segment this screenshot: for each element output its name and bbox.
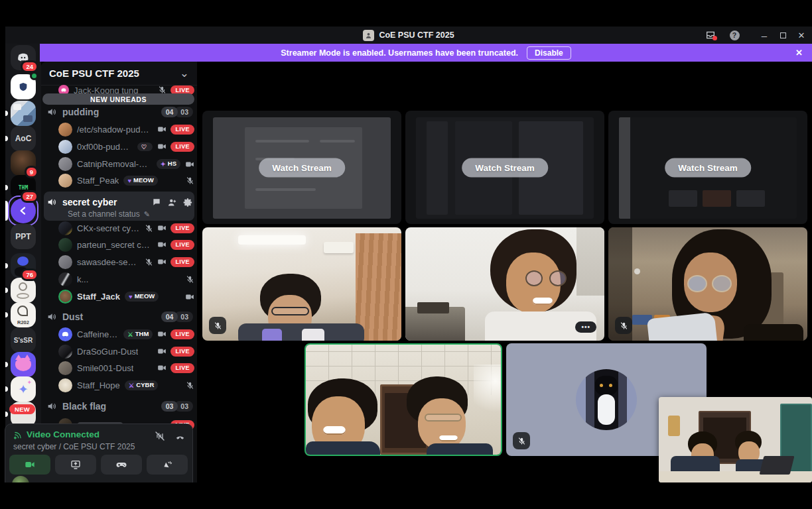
- channel-status-row[interactable]: Set a channel status ✎: [68, 209, 190, 219]
- shield-icon: [18, 82, 29, 92]
- member-row[interactable]: CKx-secret cyber LIVE: [58, 220, 194, 237]
- voice-channel-black-flag[interactable]: Black flag 03 03: [46, 398, 193, 414]
- sparkle-icon: ✦: [27, 380, 32, 386]
- member-row[interactable]: Staff_Peak ♥ MEOW: [58, 172, 194, 189]
- soundboard-button[interactable]: [147, 455, 188, 475]
- disconnect-call-icon[interactable]: [174, 431, 186, 442]
- count-badge: 04: [161, 107, 178, 118]
- member-row[interactable]: DraSoGun-Dust LIVE: [58, 343, 194, 360]
- voice-channel-pudding[interactable]: pudding 04 03: [46, 104, 193, 120]
- activities-button[interactable]: [101, 455, 142, 475]
- heart-icon: ♡: [141, 144, 147, 150]
- glasses: [525, 270, 543, 286]
- shelf: [576, 227, 604, 296]
- chat-bubble-icon[interactable]: [152, 198, 161, 207]
- speaker-icon: [46, 107, 57, 117]
- server-header[interactable]: CoE PSU CTF 2025 ⌄: [41, 62, 197, 85]
- camera-icon: [25, 459, 35, 470]
- preview-block: [669, 190, 697, 206]
- member-row[interactable]: Staff_Hope ⚔ CYBR: [58, 377, 194, 394]
- banner-close-icon[interactable]: ✕: [795, 48, 803, 58]
- member-row[interactable]: Smile001-Dust LIVE: [58, 360, 194, 376]
- stream-tile-1[interactable]: Watch Stream: [202, 111, 401, 224]
- member-row[interactable]: sawasdee-secret ... LIVE: [58, 254, 194, 270]
- member-row[interactable]: 0xf00b-pudding ♡ LIVE: [58, 139, 194, 155]
- screenshare-button[interactable]: [55, 455, 96, 475]
- voice-channel-secret-cyber-row[interactable]: secret cyber: [46, 194, 193, 210]
- air-conditioner: [324, 242, 354, 253]
- member-name: Staff_Jack: [77, 292, 120, 302]
- soundboard-icon: [162, 459, 173, 471]
- member-name: Staff_Peak: [77, 176, 119, 186]
- member-row[interactable]: /etc/shadow-pudding LIVE: [58, 121, 194, 138]
- person-shoulders: [238, 323, 364, 341]
- live-badge: LIVE: [170, 142, 194, 152]
- noise-suppression-icon[interactable]: [155, 431, 165, 441]
- member-row[interactable]: Caffeine-Dust ⚔ THM LIVE: [58, 326, 194, 343]
- member-row[interactable]: parteun_secret cyber LIVE: [58, 237, 194, 253]
- stream-tile-2[interactable]: Watch Stream: [405, 111, 604, 224]
- laptop: [759, 456, 794, 475]
- inbox-icon[interactable]: [701, 27, 720, 44]
- live-badge: LIVE: [170, 240, 194, 250]
- app-icon: [363, 30, 374, 41]
- rail-server-cybershield[interactable]: [11, 74, 36, 99]
- close-button[interactable]: ✕: [792, 27, 811, 44]
- camera-icon: [185, 292, 194, 302]
- avatar: [58, 174, 72, 188]
- minimize-button[interactable]: –: [755, 27, 774, 44]
- app-window: CoE PSU CTF 2025 ? – ✕ Streamer Mode is …: [0, 0, 812, 509]
- disable-streamer-mode-button[interactable]: Disable: [527, 46, 571, 60]
- voice-status: Video Connected: [13, 429, 100, 439]
- smile: [533, 298, 553, 305]
- stream-tile-3[interactable]: Watch Stream: [608, 111, 807, 224]
- rail-server-doodle[interactable]: [11, 278, 36, 303]
- camera-tile-3[interactable]: [608, 227, 807, 341]
- member-name: k...: [77, 274, 88, 284]
- watch-stream-button[interactable]: Watch Stream: [259, 158, 345, 177]
- watch-stream-button[interactable]: Watch Stream: [665, 158, 751, 177]
- member-row[interactable]: CatnipRemoval-pudding ✦ HS: [58, 156, 194, 172]
- video-frame: [306, 345, 501, 455]
- rail-server-avatar[interactable]: 9: [11, 150, 36, 176]
- new-unreads-pill[interactable]: NEW UNREADS: [42, 93, 194, 105]
- member-row[interactable]: k...: [58, 271, 194, 288]
- camera-tile-1[interactable]: [202, 227, 401, 341]
- member-name: Staff_Hope: [77, 380, 120, 390]
- camera-toggle-button[interactable]: [9, 455, 50, 475]
- more-options-button[interactable]: •••: [575, 321, 596, 333]
- rail-server-photos[interactable]: [11, 101, 36, 126]
- member-name: CKx-secret cyber: [77, 223, 140, 233]
- discord-logo-icon: [60, 87, 67, 93]
- settings-gear-icon[interactable]: [183, 198, 193, 207]
- server-name: CoE PSU CTF 2025: [49, 68, 180, 79]
- rail-server-ppt[interactable]: PPT: [11, 224, 36, 249]
- rail-server-ssr[interactable]: S'sSR: [11, 327, 36, 353]
- mic-muted-icon: [145, 224, 153, 233]
- member-row[interactable]: Staff_Jack ♥ MEOW: [58, 288, 194, 305]
- pip-local-preview[interactable]: [659, 397, 812, 482]
- watch-stream-button[interactable]: Watch Stream: [462, 158, 548, 177]
- camera-icon: [185, 160, 194, 169]
- unread-pip: [5, 312, 8, 317]
- camera-tile-2[interactable]: •••: [405, 227, 604, 341]
- rail-server-blue[interactable]: 76: [11, 253, 36, 278]
- camera-icon: [157, 142, 167, 151]
- rail-home-button[interactable]: 24: [11, 45, 36, 70]
- preview-sidebar: [619, 117, 630, 219]
- maximize-button[interactable]: [774, 27, 792, 44]
- rail-server-r202[interactable]: R202: [11, 302, 36, 327]
- smile: [323, 426, 346, 435]
- video-frame: [202, 227, 401, 341]
- heart-icon: ♥: [129, 294, 133, 300]
- invite-member-icon[interactable]: [167, 198, 177, 207]
- help-icon[interactable]: ?: [724, 27, 744, 44]
- chevron-left-icon: [18, 205, 29, 216]
- camera-tile-speaking[interactable]: [304, 343, 502, 456]
- channel-name: Dust: [62, 311, 83, 322]
- voice-channel-dust[interactable]: Dust 04 03: [46, 309, 193, 325]
- rail-server-cat[interactable]: [11, 352, 36, 377]
- rail-server-sparkle[interactable]: ✦ ✦: [11, 376, 36, 402]
- rail-server-aoc[interactable]: AoC: [11, 126, 36, 151]
- sword-icon: ⚔: [127, 331, 133, 338]
